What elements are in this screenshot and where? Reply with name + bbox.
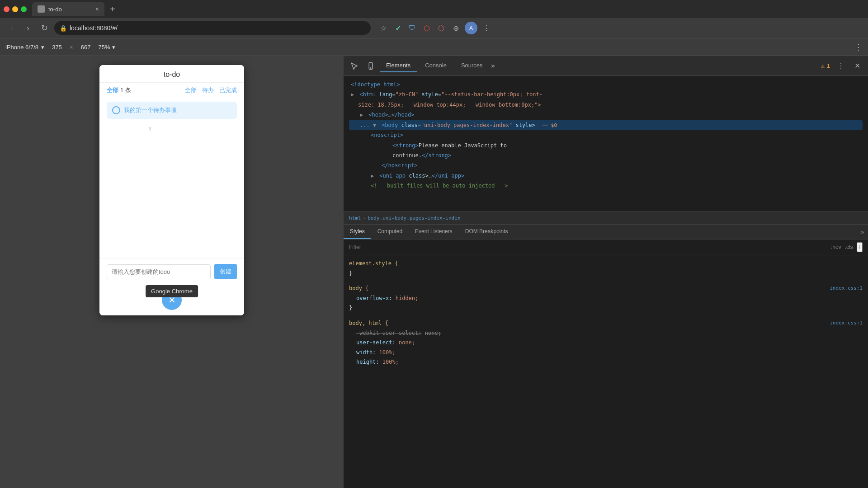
back-btn[interactable]: ‹ bbox=[5, 22, 18, 34]
minimize-window-btn[interactable] bbox=[12, 6, 18, 12]
hov-btn[interactable]: :hov bbox=[831, 244, 841, 250]
css-rules: element.style { } body { index.css:1 ove… bbox=[344, 255, 868, 488]
mobile-input-area: 创建 bbox=[99, 258, 244, 285]
css-selector-element-style: element.style { bbox=[349, 260, 398, 267]
browser-actions: ☆ ✓ 🛡 ⬡ ⬡ ⊕ A ⋮ bbox=[378, 22, 492, 34]
expand-head-icon[interactable]: ▶ bbox=[360, 110, 365, 119]
dom-strong[interactable]: <strong>Please enable JavaScript to bbox=[349, 141, 863, 150]
close-x-icon: ✕ bbox=[168, 295, 176, 305]
zoom-value: 75% bbox=[99, 44, 110, 51]
styles-more-tabs-btn[interactable]: » bbox=[860, 225, 868, 239]
zoom-selector[interactable]: 75% ▾ bbox=[99, 44, 115, 51]
styles-filter-input[interactable] bbox=[349, 244, 827, 250]
extension-btn-2[interactable]: ⬡ bbox=[436, 23, 447, 33]
styles-tab-computed[interactable]: Computed bbox=[371, 225, 409, 239]
styles-tab-styles[interactable]: Styles bbox=[344, 225, 371, 239]
tab-console[interactable]: Console bbox=[419, 59, 453, 72]
filter-done-btn[interactable]: 已完成 bbox=[219, 86, 237, 94]
extension-btn-3[interactable]: ⊕ bbox=[450, 23, 461, 33]
filter-left: 全部 1 条 bbox=[107, 86, 131, 94]
browser-chrome: to-do × + ‹ › ↻ 🔒 localhost:8080/#/ ☆ ✓ … bbox=[0, 0, 868, 56]
dom-body[interactable]: ... ▼ <body class="uni-body pages-index-… bbox=[349, 120, 863, 131]
check-extension-btn[interactable]: ✓ bbox=[392, 23, 403, 33]
dom-html-open[interactable]: ▶ <html lang="zh-CN" style="--status-bar… bbox=[349, 89, 863, 99]
tab-sources[interactable]: Sources bbox=[455, 59, 489, 72]
more-tabs-btn[interactable]: » bbox=[491, 61, 495, 70]
mobile-filter-bar: 全部 1 条 全部 待办 已完成 bbox=[99, 83, 244, 98]
preview-area: to-do 全部 1 条 全部 待办 已完成 我的第一个待办事项 bbox=[0, 56, 344, 488]
dom-comment[interactable]: <!-- built files will be auto injected -… bbox=[349, 181, 863, 191]
more-btn[interactable]: ⋮ bbox=[481, 23, 492, 33]
dom-uni-app[interactable]: ▶ <uni-app class>…</uni-app> bbox=[349, 171, 863, 181]
active-tab[interactable]: to-do × bbox=[32, 2, 104, 16]
mobile-body bbox=[99, 122, 244, 258]
breadcrumb-html[interactable]: html bbox=[349, 215, 361, 221]
window-controls bbox=[4, 6, 27, 12]
dom-html-style-cont[interactable]: size: 18.75px; --window-top:44px; --wind… bbox=[349, 100, 863, 110]
css-rule-body: body { index.css:1 overflow-x: hidden; } bbox=[349, 284, 863, 313]
bookmark-btn[interactable]: ☆ bbox=[378, 23, 389, 33]
device-toolbar-more-btn[interactable]: ⋮ bbox=[854, 42, 863, 52]
device-selector[interactable]: iPhone 6/7/8 ▾ bbox=[5, 44, 44, 51]
css-source-body[interactable]: index.css:1 bbox=[830, 284, 863, 293]
todo-item[interactable]: 我的第一个待办事项 bbox=[107, 102, 237, 119]
add-style-rule-btn[interactable]: + bbox=[857, 242, 863, 252]
filter-all-label[interactable]: 全部 bbox=[107, 86, 118, 94]
filter-pending-btn[interactable]: 待办 bbox=[202, 86, 214, 94]
todo-checkbox[interactable] bbox=[112, 106, 120, 114]
breadcrumb-bar: html › body.uni-body.pages-index-index bbox=[344, 211, 868, 224]
tab-bar: to-do × + bbox=[0, 0, 868, 18]
mobile-close-btn[interactable]: ✕ bbox=[162, 290, 182, 310]
width-input[interactable] bbox=[48, 44, 66, 51]
warning-icon: ⚠ bbox=[821, 62, 825, 69]
dom-head[interactable]: ▶ <head>…</head> bbox=[349, 110, 863, 120]
dom-strong-cont[interactable]: continue.</strong> bbox=[349, 150, 863, 160]
tab-close-btn[interactable]: × bbox=[95, 6, 99, 12]
css-selector-body-html: body, html { bbox=[349, 320, 388, 326]
css-selector-body: body { bbox=[349, 285, 368, 291]
height-input[interactable] bbox=[77, 44, 95, 51]
expand-html-icon[interactable]: ▶ bbox=[351, 90, 356, 99]
item-count: 1 条 bbox=[120, 86, 131, 94]
dom-noscript[interactable]: <noscript> bbox=[349, 130, 863, 140]
mobile-app-title: to-do bbox=[164, 70, 180, 78]
expand-uniapp-icon[interactable]: ▶ bbox=[371, 171, 376, 180]
reload-btn[interactable]: ↻ bbox=[38, 22, 51, 34]
new-tab-btn[interactable]: + bbox=[106, 3, 119, 15]
devtools-close-btn[interactable]: ✕ bbox=[850, 59, 864, 73]
mobile-app-header: to-do bbox=[99, 65, 244, 83]
devtools-settings-btn[interactable]: ⋮ bbox=[834, 59, 848, 73]
cls-btn[interactable]: .cls bbox=[845, 244, 853, 250]
styles-tabs: Styles Computed Event Listeners DOM Brea… bbox=[344, 225, 868, 239]
todo-item-text: 我的第一个待办事项 bbox=[124, 106, 231, 114]
shield-extension-btn[interactable]: 🛡 bbox=[407, 23, 418, 33]
expand-body-icon[interactable]: ▼ bbox=[373, 121, 378, 130]
create-todo-btn[interactable]: 创建 bbox=[214, 264, 237, 279]
chevron-down-icon: ▾ bbox=[41, 44, 44, 51]
inspect-element-btn[interactable] bbox=[347, 59, 362, 73]
warning-count: 1 bbox=[826, 62, 830, 69]
breadcrumb-sep-1: › bbox=[363, 215, 366, 221]
address-bar: ‹ › ↻ 🔒 localhost:8080/#/ ☆ ✓ 🛡 ⬡ ⬡ ⊕ A … bbox=[0, 18, 868, 38]
maximize-window-btn[interactable] bbox=[21, 6, 27, 12]
todo-create-input[interactable] bbox=[107, 264, 211, 279]
styles-tab-event-listeners[interactable]: Event Listeners bbox=[409, 225, 459, 239]
profile-btn[interactable]: A bbox=[465, 22, 477, 34]
breadcrumb-body[interactable]: body.uni-body.pages-index-index bbox=[368, 215, 460, 221]
main-area: to-do 全部 1 条 全部 待办 已完成 我的第一个待办事项 bbox=[0, 56, 868, 488]
dom-noscript-close[interactable]: </noscript> bbox=[349, 160, 863, 170]
url-bar[interactable]: 🔒 localhost:8080/#/ bbox=[54, 21, 371, 35]
tab-elements[interactable]: Elements bbox=[380, 59, 417, 72]
extension-btn-1[interactable]: ⬡ bbox=[421, 23, 432, 33]
forward-btn[interactable]: › bbox=[22, 22, 34, 34]
devtools-panel: Elements Console Sources » ⚠ 1 ⋮ ✕ <!doc… bbox=[344, 56, 868, 488]
mobile-close-area: ✕ Google Chrome bbox=[99, 285, 244, 315]
device-name: iPhone 6/7/8 bbox=[5, 44, 38, 51]
css-source-body-html[interactable]: index.css:1 bbox=[830, 319, 863, 328]
devtools-toolbar: Elements Console Sources » ⚠ 1 ⋮ ✕ bbox=[344, 56, 868, 76]
styles-tab-dom-breakpoints[interactable]: DOM Breakpoints bbox=[459, 225, 514, 239]
filter-all-btn[interactable]: 全部 bbox=[185, 86, 197, 94]
device-mode-btn[interactable] bbox=[363, 59, 378, 73]
close-window-btn[interactable] bbox=[4, 6, 9, 12]
dom-doctype[interactable]: <!doctype html> bbox=[349, 80, 863, 89]
